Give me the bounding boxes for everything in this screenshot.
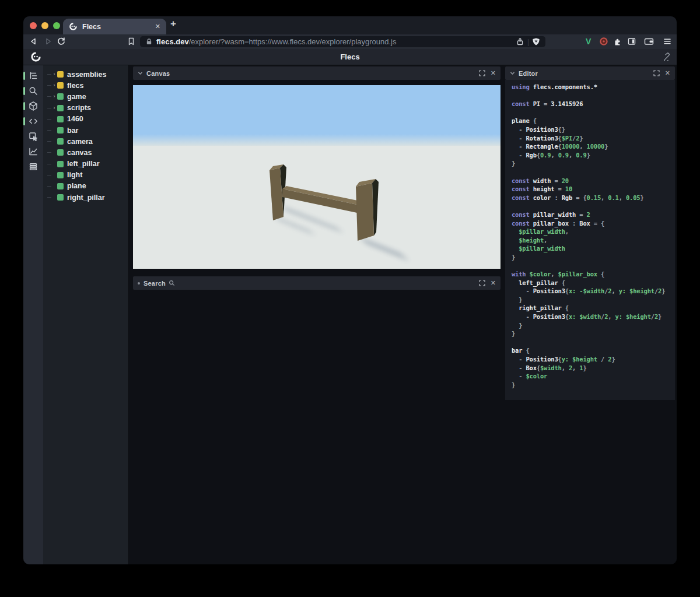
chevron-down-icon[interactable] xyxy=(138,71,143,76)
active-indicator xyxy=(23,117,25,125)
code-line: const pillar_width = 2 xyxy=(512,210,675,219)
code-line xyxy=(512,202,675,210)
brave-shield-icon[interactable] xyxy=(532,37,540,46)
expander-chevron-icon[interactable]: › xyxy=(51,83,57,88)
back-icon[interactable] xyxy=(29,36,39,47)
code-line xyxy=(512,261,675,270)
url-domain: flecs.dev xyxy=(156,37,189,46)
menu-icon[interactable] xyxy=(662,36,673,47)
outliner-icon xyxy=(28,71,38,81)
share-icon[interactable] xyxy=(516,37,524,46)
tree-item-label: scripts xyxy=(67,104,91,112)
browser-window: Flecs ✕ + flecs.dev/explor xyxy=(23,16,677,564)
extension-badge-icon[interactable] xyxy=(598,36,609,47)
scene-icon xyxy=(28,101,38,111)
entity-color-dot xyxy=(57,93,64,100)
code-line: - Position3{} xyxy=(512,125,675,134)
fullscreen-icon[interactable] xyxy=(479,280,485,286)
activity-bar xyxy=(23,65,43,564)
activity-item-tables[interactable] xyxy=(23,159,43,174)
forward-icon[interactable] xyxy=(43,36,53,47)
tree-item-left_pillar[interactable]: left_pillar xyxy=(43,159,128,170)
tree-item-game[interactable]: ›game xyxy=(43,91,128,102)
entity-color-dot xyxy=(57,82,64,89)
code-line: $pillar_width, xyxy=(512,227,675,236)
collapsed-indicator-icon[interactable] xyxy=(138,282,140,285)
tab-close-icon[interactable]: ✕ xyxy=(155,23,160,30)
script-icon xyxy=(28,116,38,127)
bookmark-icon[interactable] xyxy=(126,36,136,47)
tree-item-canvas[interactable]: canvas xyxy=(43,147,128,158)
code-line: } xyxy=(512,321,675,330)
expander-chevron-icon[interactable]: › xyxy=(51,72,57,77)
editor-panel-header[interactable]: Editor ✕ xyxy=(505,66,675,80)
tree-item-light[interactable]: light xyxy=(43,170,128,181)
tree-item-label: game xyxy=(67,93,86,101)
reload-icon[interactable] xyxy=(56,36,66,47)
canvas-panel-header[interactable]: Canvas ✕ xyxy=(133,66,501,80)
activity-item-stats[interactable] xyxy=(23,144,43,159)
entity-color-dot xyxy=(57,105,64,111)
permalink-icon[interactable] xyxy=(662,52,671,61)
tree-item-label: assemblies xyxy=(67,71,106,79)
close-icon[interactable]: ✕ xyxy=(665,69,670,77)
tree-item-camera[interactable]: camera xyxy=(43,136,128,147)
active-indicator xyxy=(23,87,25,95)
tree-item-bar[interactable]: bar xyxy=(43,125,128,136)
vue-devtools-icon[interactable]: V xyxy=(586,37,596,47)
window-close-button[interactable] xyxy=(30,22,37,29)
fullscreen-icon[interactable] xyxy=(479,70,485,76)
tree-item-right_pillar[interactable]: right_pillar xyxy=(43,192,128,203)
search-panel-header[interactable]: Search ✕ xyxy=(133,276,501,290)
code-line: } xyxy=(512,253,675,262)
code-line: $pillar_width xyxy=(512,244,675,253)
extensions-puzzle-icon[interactable] xyxy=(612,36,623,47)
tree-guide-line xyxy=(47,108,51,108)
window-zoom-button[interactable] xyxy=(53,22,60,29)
active-indicator xyxy=(23,102,25,110)
code-line xyxy=(512,108,675,117)
activity-item-inspect[interactable] xyxy=(23,129,43,144)
tree-guide-line xyxy=(47,164,51,164)
browser-toolbar: flecs.dev/explorer/?wasm=https://www.fle… xyxy=(23,34,677,49)
code-line xyxy=(512,338,675,347)
code-line: - Rgb{0.9, 0.9, 0.9} xyxy=(512,151,675,160)
activity-item-outliner[interactable] xyxy=(23,68,43,83)
tree-item-plane[interactable]: plane xyxy=(43,181,128,192)
tree-item-label: plane xyxy=(67,182,86,190)
tree-item-label: canvas xyxy=(67,149,92,157)
code-line: - Box{$width, 2, 1} xyxy=(512,364,675,373)
code-line: const pillar_box : Box = { xyxy=(512,219,675,228)
fullscreen-icon[interactable] xyxy=(653,70,660,76)
code-editor[interactable]: using flecs.components.* const PI = 3.14… xyxy=(505,80,675,400)
tree-item-assemblies[interactable]: ›assemblies xyxy=(43,69,128,80)
entity-color-dot xyxy=(57,161,64,167)
window-minimize-button[interactable] xyxy=(41,22,48,29)
chevron-down-icon[interactable] xyxy=(510,71,515,76)
activity-item-scene[interactable] xyxy=(23,99,43,114)
sidebar-toggle-icon[interactable] xyxy=(626,36,637,47)
address-bar[interactable]: flecs.dev/explorer/?wasm=https://www.fle… xyxy=(140,36,545,47)
tree-item-flecs[interactable]: ›flecs xyxy=(43,80,128,91)
wallet-icon[interactable] xyxy=(643,36,654,47)
close-icon[interactable]: ✕ xyxy=(491,279,496,287)
browser-tab[interactable]: Flecs ✕ xyxy=(63,19,166,34)
expander-chevron-icon[interactable]: › xyxy=(51,106,57,111)
code-line: } xyxy=(512,159,675,168)
activity-item-script[interactable] xyxy=(23,114,43,129)
tree-item-1460[interactable]: 1460 xyxy=(43,114,128,125)
tree-item-scripts[interactable]: ›scripts xyxy=(43,103,128,114)
code-line xyxy=(512,92,675,100)
canvas-panel-title: Canvas xyxy=(146,70,474,77)
close-icon[interactable]: ✕ xyxy=(491,69,496,77)
expander-chevron-icon[interactable]: › xyxy=(51,94,57,99)
canvas-viewport[interactable] xyxy=(133,85,501,269)
tree-guide-line xyxy=(47,74,51,75)
url-path: /explorer/?wasm=https://www.flecs.dev/ex… xyxy=(189,37,397,46)
code-line: plane { xyxy=(512,117,675,125)
tree-item-label: left_pillar xyxy=(67,160,100,168)
tree-guide-line xyxy=(47,119,51,120)
new-tab-button[interactable]: + xyxy=(170,18,176,30)
activity-item-search[interactable] xyxy=(23,83,43,99)
desktop-background: Flecs ✕ + flecs.dev/explor xyxy=(0,0,700,597)
